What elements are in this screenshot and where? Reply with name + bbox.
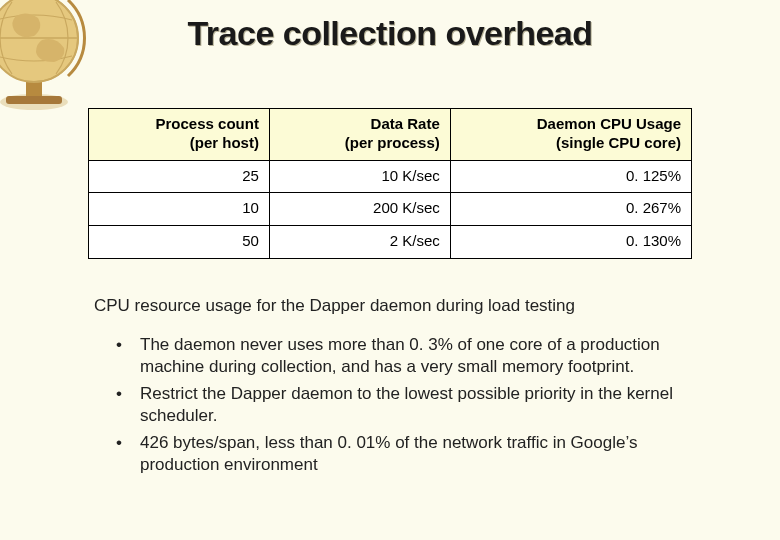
bullet-item: The daemon never uses more than 0. 3% of… xyxy=(114,334,674,379)
cell: 25 xyxy=(89,160,270,193)
table-row: 10 200 K/sec 0. 267% xyxy=(89,193,692,226)
col-header-line: Data Rate xyxy=(371,115,440,132)
col-header-line: Process count xyxy=(156,115,259,132)
table-caption: CPU resource usage for the Dapper daemon… xyxy=(94,296,694,316)
table-row: 50 2 K/sec 0. 130% xyxy=(89,226,692,259)
col-header-data-rate: Data Rate (per process) xyxy=(269,109,450,161)
col-header-line: (single CPU core) xyxy=(556,134,681,151)
col-header-line: (per process) xyxy=(345,134,440,151)
col-header-cpu-usage: Daemon CPU Usage (single CPU core) xyxy=(450,109,691,161)
slide: Trace collection overhead Process count … xyxy=(0,0,780,540)
data-table: Process count (per host) Data Rate (per … xyxy=(88,108,692,259)
table-row: 25 10 K/sec 0. 125% xyxy=(89,160,692,193)
cell: 0. 267% xyxy=(450,193,691,226)
svg-point-0 xyxy=(0,94,68,110)
bullet-item: 426 bytes/span, less than 0. 01% of the … xyxy=(114,432,674,477)
cell: 10 K/sec xyxy=(269,160,450,193)
cell: 0. 125% xyxy=(450,160,691,193)
cell: 2 K/sec xyxy=(269,226,450,259)
bullet-item: Restrict the Dapper daemon to the lowest… xyxy=(114,383,674,428)
col-header-line: (per host) xyxy=(190,134,259,151)
cell: 200 K/sec xyxy=(269,193,450,226)
col-header-line: Daemon CPU Usage xyxy=(537,115,681,132)
slide-title: Trace collection overhead xyxy=(0,14,780,53)
svg-rect-2 xyxy=(6,96,62,104)
cell: 0. 130% xyxy=(450,226,691,259)
svg-rect-1 xyxy=(26,80,42,98)
cell: 50 xyxy=(89,226,270,259)
data-table-container: Process count (per host) Data Rate (per … xyxy=(88,108,692,259)
cell: 10 xyxy=(89,193,270,226)
col-header-process-count: Process count (per host) xyxy=(89,109,270,161)
table-header-row: Process count (per host) Data Rate (per … xyxy=(89,109,692,161)
bullet-list: The daemon never uses more than 0. 3% of… xyxy=(114,334,674,481)
